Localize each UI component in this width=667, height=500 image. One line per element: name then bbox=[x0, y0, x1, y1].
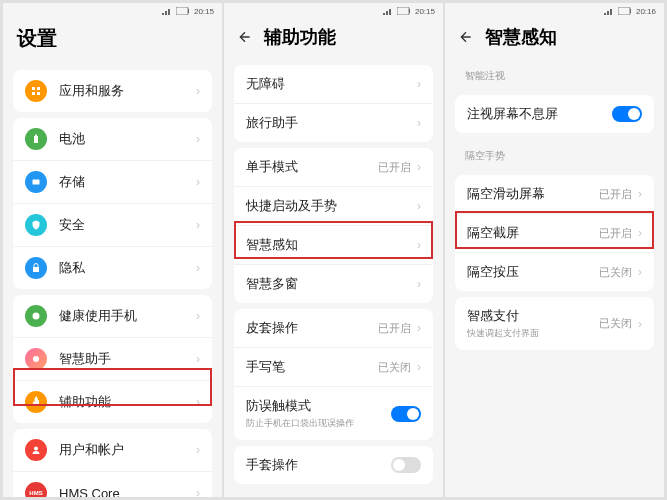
signal-icon bbox=[383, 7, 393, 15]
svg-rect-1 bbox=[188, 9, 189, 13]
chevron-right-icon: › bbox=[638, 187, 642, 201]
chevron-right-icon: › bbox=[196, 84, 200, 98]
chevron-right-icon: › bbox=[196, 132, 200, 146]
status-bar: 20:15 bbox=[224, 3, 443, 19]
row-users[interactable]: 用户和帐户 › bbox=[13, 429, 212, 471]
row-mistouch[interactable]: 防误触模式 防止手机在口袋出现误操作 bbox=[234, 386, 433, 440]
settings-group-2: 电池 › 存储 › 安全 › 隐私 › bbox=[13, 118, 212, 289]
row-status: 已开启 bbox=[599, 226, 632, 241]
row-label: 智慧感知 bbox=[246, 236, 415, 254]
row-label: 存储 bbox=[59, 173, 194, 191]
row-label: 快捷启动及手势 bbox=[246, 197, 415, 215]
health-icon bbox=[25, 305, 47, 327]
back-button[interactable] bbox=[457, 28, 475, 46]
row-gestures[interactable]: 快捷启动及手势 › bbox=[234, 186, 433, 225]
screen-smart-sensing: 20:16 智慧感知 智能注视 注视屏幕不息屏 隔空手势 隔空滑动屏幕 已开启 … bbox=[445, 3, 664, 497]
row-health[interactable]: 健康使用手机 › bbox=[13, 295, 212, 337]
page-title: 智慧感知 bbox=[485, 25, 557, 49]
lock-icon bbox=[25, 257, 47, 279]
row-label: 隐私 bbox=[59, 259, 194, 277]
chevron-right-icon: › bbox=[417, 116, 421, 130]
row-battery[interactable]: 电池 › bbox=[13, 118, 212, 160]
row-case[interactable]: 皮套操作 已开启 › bbox=[234, 309, 433, 347]
chevron-right-icon: › bbox=[417, 238, 421, 252]
toggle-mistouch[interactable] bbox=[391, 406, 421, 422]
svg-rect-13 bbox=[409, 9, 410, 13]
row-air-screenshot[interactable]: 隔空截屏 已开启 › bbox=[455, 213, 654, 252]
row-glove[interactable]: 手套操作 bbox=[234, 446, 433, 484]
svg-point-10 bbox=[34, 447, 38, 451]
row-security[interactable]: 安全 › bbox=[13, 203, 212, 246]
hms-icon: HMS bbox=[25, 482, 47, 497]
back-button[interactable] bbox=[236, 28, 254, 46]
status-bar: 20:16 bbox=[445, 3, 664, 19]
header: 智慧感知 bbox=[445, 19, 664, 59]
battery-icon bbox=[397, 7, 411, 15]
signal-icon bbox=[604, 7, 614, 15]
svg-rect-12 bbox=[397, 7, 409, 15]
row-travel[interactable]: 旅行助手 › bbox=[234, 103, 433, 142]
status-time: 20:16 bbox=[636, 7, 656, 16]
row-storage[interactable]: 存储 › bbox=[13, 160, 212, 203]
status-time: 20:15 bbox=[194, 7, 214, 16]
row-hms[interactable]: HMS HMS Core › bbox=[13, 471, 212, 497]
header: 设置 bbox=[3, 19, 222, 64]
toggle-glove[interactable] bbox=[391, 457, 421, 473]
svg-point-8 bbox=[33, 313, 40, 320]
apps-icon bbox=[25, 80, 47, 102]
row-privacy[interactable]: 隐私 › bbox=[13, 246, 212, 289]
storage-icon bbox=[25, 171, 47, 193]
row-smart-sensing[interactable]: 智慧感知 › bbox=[234, 225, 433, 264]
row-label: 用户和帐户 bbox=[59, 441, 194, 459]
row-assistant[interactable]: 智慧助手 › bbox=[13, 337, 212, 380]
row-barrier-free[interactable]: 无障碍 › bbox=[234, 65, 433, 103]
row-label: 智感支付 bbox=[467, 307, 599, 325]
group-3: 皮套操作 已开启 › 手写笔 已关闭 › 防误触模式 防止手机在口袋出现误操作 bbox=[234, 309, 433, 440]
row-label: 智慧多窗 bbox=[246, 275, 415, 293]
row-air-press[interactable]: 隔空按压 已关闭 › bbox=[455, 252, 654, 291]
svg-point-9 bbox=[33, 356, 39, 362]
user-icon bbox=[25, 439, 47, 461]
toggle-gaze[interactable] bbox=[612, 106, 642, 122]
row-air-scroll[interactable]: 隔空滑动屏幕 已开启 › bbox=[455, 175, 654, 213]
row-label: 手写笔 bbox=[246, 358, 378, 376]
chevron-right-icon: › bbox=[417, 321, 421, 335]
settings-group-3: 健康使用手机 › 智慧助手 › 辅助功能 › bbox=[13, 295, 212, 423]
svg-rect-2 bbox=[32, 87, 35, 90]
row-apps-services[interactable]: 应用和服务 › bbox=[13, 70, 212, 112]
chevron-right-icon: › bbox=[417, 277, 421, 291]
row-label: 隔空按压 bbox=[467, 263, 599, 281]
svg-rect-14 bbox=[618, 7, 630, 15]
row-gaze-keep-on[interactable]: 注视屏幕不息屏 bbox=[455, 95, 654, 133]
row-label: 手套操作 bbox=[246, 456, 391, 474]
row-status: 已关闭 bbox=[599, 316, 632, 331]
chevron-right-icon: › bbox=[196, 261, 200, 275]
battery-icon bbox=[176, 7, 190, 15]
row-onehand[interactable]: 单手模式 已开启 › bbox=[234, 148, 433, 186]
row-label: 智慧助手 bbox=[59, 350, 194, 368]
chevron-right-icon: › bbox=[417, 360, 421, 374]
chevron-right-icon: › bbox=[196, 309, 200, 323]
content: 无障碍 › 旅行助手 › 单手模式 已开启 › 快捷启动及手势 › 智慧感知 › bbox=[224, 59, 443, 497]
footer-note: 开启后，戴手套滑动屏幕触发该模式 bbox=[230, 490, 437, 497]
svg-rect-7 bbox=[33, 267, 39, 272]
hand-icon bbox=[25, 391, 47, 413]
signal-icon bbox=[162, 7, 172, 15]
chevron-right-icon: › bbox=[196, 395, 200, 409]
row-label: 健康使用手机 bbox=[59, 307, 194, 325]
section-label: 隔空手势 bbox=[451, 139, 658, 169]
chevron-right-icon: › bbox=[196, 175, 200, 189]
row-label: 单手模式 bbox=[246, 158, 378, 176]
row-label: 隔空截屏 bbox=[467, 224, 599, 242]
screen-accessibility: 20:15 辅助功能 无障碍 › 旅行助手 › 单手模式 已开启 › 快捷启动 bbox=[224, 3, 443, 497]
row-multiwindow[interactable]: 智慧多窗 › bbox=[234, 264, 433, 303]
row-label: 无障碍 bbox=[246, 75, 415, 93]
svg-rect-15 bbox=[630, 9, 631, 13]
page-title: 辅助功能 bbox=[264, 25, 336, 49]
row-accessibility[interactable]: 辅助功能 › bbox=[13, 380, 212, 423]
group-air-gestures: 隔空滑动屏幕 已开启 › 隔空截屏 已开启 › 隔空按压 已关闭 › bbox=[455, 175, 654, 291]
row-status: 已开启 bbox=[378, 160, 411, 175]
row-label: 皮套操作 bbox=[246, 319, 378, 337]
row-smart-pay[interactable]: 智感支付 快速调起支付界面 已关闭 › bbox=[455, 297, 654, 350]
row-stylus[interactable]: 手写笔 已关闭 › bbox=[234, 347, 433, 386]
